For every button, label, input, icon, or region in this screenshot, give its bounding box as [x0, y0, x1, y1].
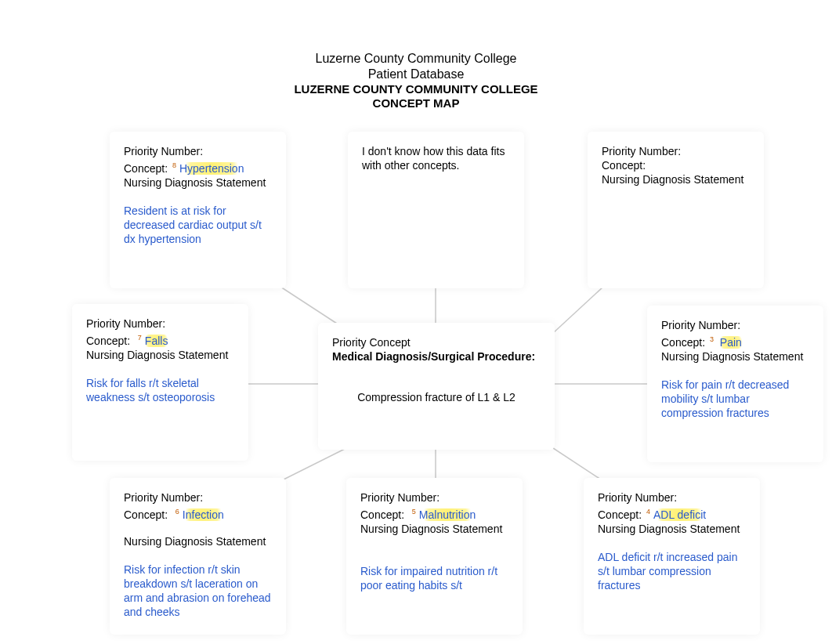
priority-label: Priority Number: — [124, 490, 272, 505]
center-dx: Compression fracture of L1 & L2 — [332, 390, 541, 404]
concept-value: Malnutrition — [416, 508, 479, 521]
box-top-middle: I don't know how this data fits with oth… — [348, 132, 524, 288]
concept-value: Infection — [179, 508, 227, 521]
concept-line: Concept: — [602, 158, 750, 172]
box-bottom-middle: Priority Number: Concept: 5Malnutrition … — [346, 478, 523, 635]
nds-statement: ADL deficit r/t increased pain s/t lumba… — [598, 550, 746, 592]
box-middle-left: Priority Number: Concept: 7Falls Nursing… — [72, 304, 248, 461]
concept-value: ADL deficit — [650, 508, 709, 521]
box-bottom-left: Priority Number: Concept: 6Infection Nur… — [110, 478, 286, 635]
nds-label: Nursing Diagnosis Statement — [602, 172, 750, 186]
concept-value: Falls — [142, 335, 172, 347]
concept-value: Hypertension — [176, 162, 248, 175]
concept-label: Concept: — [661, 336, 705, 349]
box-top-right: Priority Number: Concept: Nursing Diagno… — [588, 132, 764, 288]
header-line4: CONCEPT MAP — [0, 96, 832, 110]
nds-label: Nursing Diagnosis Statement — [124, 534, 272, 548]
svg-line-2 — [552, 287, 603, 334]
priority-label: Priority Number: — [124, 144, 272, 158]
header-line2: Patient Database — [0, 67, 832, 82]
nds-label: Nursing Diagnosis Statement — [598, 522, 746, 536]
header-line3: LUZERNE COUNTY COMMUNITY COLLEGE — [0, 82, 832, 96]
med-dx-label: Medical Diagnosis/Surgical Procedure: — [332, 349, 541, 364]
nds-statement: Risk for falls r/t skeletal weakness s/t… — [86, 376, 234, 404]
nds-label: Nursing Diagnosis Statement — [661, 349, 809, 364]
concept-label: Concept: — [598, 508, 642, 521]
priority-label: Priority Number: — [86, 317, 234, 331]
nds-label: Nursing Diagnosis Statement — [124, 175, 272, 190]
header-line1: Luzerne County Community College — [0, 51, 832, 67]
page-header: Luzerne County Community College Patient… — [0, 51, 832, 110]
svg-line-7 — [548, 445, 603, 481]
nds-statement: Risk for impaired nutrition r/t poor eat… — [360, 564, 508, 592]
concept-label: Concept: — [124, 508, 168, 521]
concept-label: Concept: — [124, 162, 168, 175]
nds-statement: Resident is at risk for decreased cardia… — [124, 204, 272, 246]
priority-concept-label: Priority Concept — [332, 335, 541, 349]
concept-label: Concept: — [86, 335, 130, 347]
concept-line: Concept: 6Infection — [124, 505, 272, 522]
concept-line: Concept: 3 Pain — [661, 332, 809, 349]
box-top-left: Priority Number: Concept: 8Hypertension … — [110, 132, 286, 288]
concept-value: Pain — [717, 336, 745, 349]
unknown-data-note: I don't know how this data fits with oth… — [362, 144, 510, 172]
nds-statement: Risk for infection r/t skin breakdown s/… — [124, 563, 272, 619]
nds-label: Nursing Diagnosis Statement — [360, 522, 508, 536]
concept-label: Concept: — [602, 159, 646, 172]
concept-line: Concept: 7Falls — [86, 331, 234, 348]
svg-line-5 — [280, 445, 353, 481]
priority-label: Priority Number: — [360, 490, 508, 505]
priority-label: Priority Number: — [598, 490, 746, 505]
box-center: Priority Concept Medical Diagnosis/Surgi… — [318, 323, 555, 450]
box-middle-right: Priority Number: Concept: 3 Pain Nursing… — [647, 306, 823, 462]
concept-line: Concept: 8Hypertension — [124, 158, 272, 175]
nds-statement: Risk for pain r/t decreased mobility s/t… — [661, 378, 809, 420]
priority-label: Priority Number: — [602, 144, 750, 158]
concept-line: Concept: 4ADL deficit — [598, 505, 746, 522]
nds-label: Nursing Diagnosis Statement — [86, 348, 234, 362]
box-bottom-right: Priority Number: Concept: 4ADL deficit N… — [584, 478, 760, 635]
concept-sup: 3 — [710, 335, 714, 343]
concept-label: Concept: — [360, 508, 404, 521]
priority-label: Priority Number: — [661, 318, 809, 332]
concept-line: Concept: 5Malnutrition — [360, 505, 508, 522]
